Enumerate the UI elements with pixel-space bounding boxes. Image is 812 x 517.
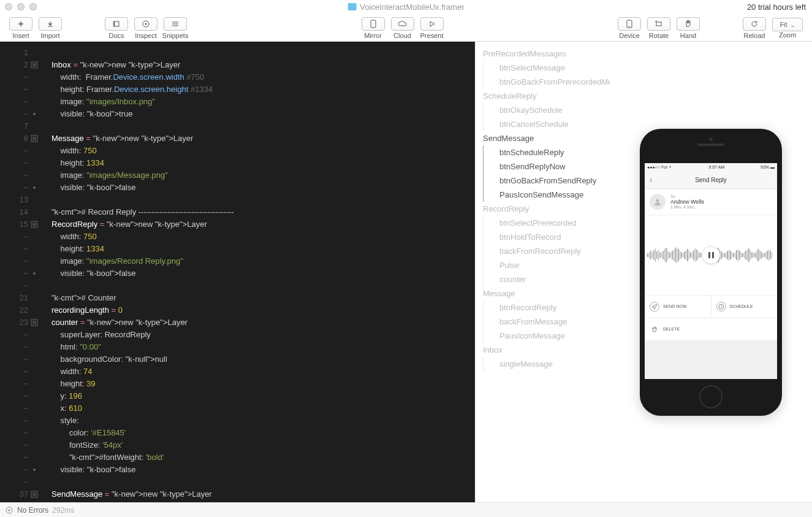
code-line[interactable]: y: 196	[51, 390, 475, 402]
docs-button[interactable]: Docs	[102, 15, 131, 42]
layer-group[interactable]: Inbox	[476, 343, 610, 357]
layer-group[interactable]: Message	[476, 286, 610, 301]
snippets-button[interactable]: Snippets	[161, 15, 190, 42]
layer-item[interactable]: btnRecordReply	[483, 301, 610, 315]
code-line[interactable]: image: "images/Message.png"	[51, 169, 475, 182]
code-line[interactable]: width: 750	[51, 231, 475, 243]
code-line[interactable]: style:	[51, 415, 475, 427]
code-line[interactable]	[51, 476, 475, 488]
layer-item[interactable]: btnScheduleReply	[483, 145, 610, 159]
code-line[interactable]	[51, 194, 475, 206]
cloud-button[interactable]: Cloud	[388, 15, 417, 42]
layer-group[interactable]: PreRecordedMessages	[476, 47, 610, 61]
layer-item[interactable]: Pulse	[483, 258, 610, 272]
layer-group[interactable]: ScheduleReply	[476, 89, 610, 103]
hand-button[interactable]: Hand	[674, 15, 703, 42]
code-line[interactable]: RecordReply = "k-new">new "k-type">Layer	[51, 218, 475, 231]
layer-item[interactable]: backFromMessage	[483, 315, 610, 329]
zoom-control[interactable]: Fit⌄ Zoom	[769, 15, 806, 42]
code-line[interactable]: image: "images/Inbox.png"	[51, 96, 475, 108]
code-line[interactable]: "k-cmt"># Counter	[51, 292, 475, 304]
present-button[interactable]: Present	[417, 15, 447, 42]
svg-rect-6	[656, 22, 661, 26]
fold-marker-icon[interactable]	[31, 135, 38, 142]
code-line[interactable]: counter = "k-new">new "k-type">Layer	[51, 316, 475, 329]
layer-item[interactable]: btnGoBackFromSendReply	[483, 174, 610, 188]
code-line[interactable]: width: 750	[51, 145, 475, 157]
device-button[interactable]: Device	[615, 15, 644, 42]
pause-button[interactable]	[702, 246, 720, 264]
insert-button[interactable]: Insert	[6, 15, 36, 42]
breakpoint-dot-icon[interactable]	[33, 469, 36, 471]
fold-marker-icon[interactable]	[31, 61, 38, 69]
layer-item[interactable]: btnHoldToRecord	[483, 230, 610, 244]
code-line[interactable]: backgroundColor: "k-null">null	[51, 353, 475, 366]
code-line[interactable]: width: Framer.Device.screen.width #750	[51, 71, 475, 83]
code-line[interactable]: SendMessage = "k-new">new "k-type">Layer	[51, 488, 475, 500]
code-line[interactable]: height: 1334	[51, 157, 475, 169]
send-now-button[interactable]: SEND NOW	[645, 296, 711, 318]
code-line[interactable]: html: "0:00"	[51, 341, 475, 353]
code-line[interactable]: recordingLength = 0	[51, 304, 475, 316]
code-line[interactable]: "k-cmt">#fontWeight: 'bold'	[51, 451, 475, 464]
home-button[interactable]	[699, 385, 723, 408]
breakpoint-dot-icon[interactable]	[33, 272, 36, 275]
layer-group[interactable]: RecordReply	[476, 202, 610, 216]
layer-item[interactable]: counter	[483, 272, 610, 286]
code-line[interactable]	[51, 120, 475, 132]
framer-file-icon	[347, 3, 356, 10]
inspect-button[interactable]: Inspect	[131, 15, 161, 42]
code-line[interactable]: height: 39	[51, 378, 475, 390]
code-line[interactable]: fontSize: '54px'	[51, 439, 475, 451]
code-line[interactable]: x: 610	[51, 402, 475, 415]
layer-item[interactable]: singleMessage	[483, 357, 610, 371]
layer-item[interactable]: btnGoBackFromPrerecordedMessage	[483, 75, 610, 89]
code-line[interactable]: color: '#E15845'	[51, 427, 475, 439]
code-line[interactable]: visible: "k-bool">false	[51, 267, 475, 280]
maximize-window-button[interactable]	[29, 3, 37, 10]
code-line[interactable]: visible: "k-bool">true	[51, 108, 475, 120]
line-number: ~	[0, 329, 39, 341]
close-window-button[interactable]	[5, 3, 12, 10]
code-line[interactable]	[51, 47, 475, 59]
delete-button[interactable]: DELETE	[645, 318, 777, 340]
layer-item[interactable]: btnSendReplyNow	[483, 159, 610, 174]
fold-marker-icon[interactable]	[31, 319, 38, 326]
code-line[interactable]: Inbox = "k-new">new "k-type">Layer	[51, 59, 475, 71]
code-editor[interactable]: 12~~~~78~~~~131415~~~~~212223~~~~~~~~~~~…	[0, 42, 475, 502]
code-line[interactable]: height: 1334	[51, 243, 475, 255]
import-button[interactable]: Import	[36, 15, 65, 42]
layer-item[interactable]: PausIconMessage	[483, 329, 610, 343]
reload-button[interactable]: Reload	[740, 15, 769, 42]
code-line[interactable]: height: Framer.Device.screen.height #133…	[51, 83, 475, 96]
back-chevron-icon[interactable]: ‹	[650, 175, 653, 185]
layer-item[interactable]: backFromRecordReply	[483, 244, 610, 258]
code-line[interactable]: superLayer: RecordReply	[51, 329, 475, 341]
nav-bar: ‹ Send Reply	[645, 172, 777, 189]
minimize-window-button[interactable]	[17, 3, 25, 10]
fold-marker-icon[interactable]	[31, 491, 38, 498]
code-line[interactable]: Message = "k-new">new "k-type">Layer	[51, 132, 475, 145]
fold-marker-icon[interactable]	[31, 221, 38, 228]
code-line[interactable]: visible: "k-bool">false	[51, 464, 475, 476]
layer-group[interactable]: SendMessage	[476, 131, 610, 145]
layer-panel[interactable]: PreRecordedMessagesbtnSelectMessagebtnGo…	[475, 42, 610, 502]
code-line[interactable]: width: 74	[51, 366, 475, 378]
layer-item[interactable]: PausIconSendMessage	[483, 188, 610, 202]
line-number: ~	[0, 145, 39, 157]
layer-item[interactable]: btnSelectMessage	[483, 61, 610, 75]
rotate-button[interactable]: Rotate	[644, 15, 674, 42]
breakpoint-dot-icon[interactable]	[33, 113, 36, 115]
code-line[interactable]: "k-cmt"># Record Reply -----------------…	[51, 206, 475, 218]
layer-item[interactable]: btnCancelSchedule	[483, 117, 610, 131]
layer-item[interactable]: btnSelectPrerecorded	[483, 216, 610, 230]
layer-item[interactable]: btnOkaySchedule	[483, 103, 610, 117]
phone-screen[interactable]: ●●●○○ Fol ᯤ 9:07 AM 93% ▬ ‹ Send Reply T…	[645, 163, 777, 379]
mirror-button[interactable]: Mirror	[359, 15, 388, 42]
code-line[interactable]	[51, 280, 475, 292]
breakpoint-dot-icon[interactable]	[33, 186, 36, 189]
code-line[interactable]: visible: "k-bool">false	[51, 182, 475, 194]
code-line[interactable]: image: "images/Record Reply.png"	[51, 255, 475, 267]
schedule-button[interactable]: SCHEDULE	[711, 296, 778, 318]
code-area[interactable]: Inbox = "k-new">new "k-type">Layer width…	[43, 42, 475, 502]
